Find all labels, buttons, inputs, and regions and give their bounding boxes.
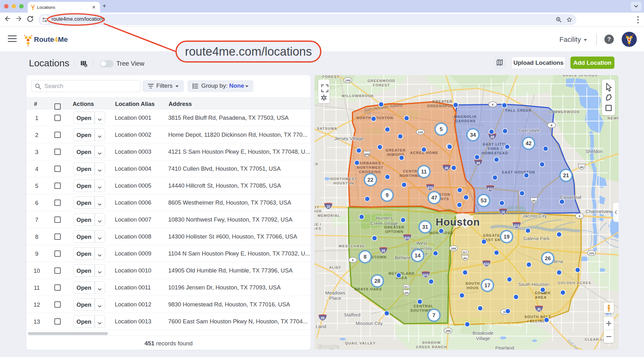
svg-text:SOUTH: SOUTH <box>465 282 480 285</box>
svg-text:AKS: AKS <box>314 227 321 230</box>
svg-text:GOLDEN ACRES: GOLDEN ACRES <box>558 281 591 285</box>
svg-text:West: West <box>416 240 427 246</box>
svg-text:45: 45 <box>445 167 448 170</box>
svg-text:DOR: DOR <box>314 209 322 213</box>
svg-text:290: 290 <box>364 152 369 156</box>
svg-text:249: 249 <box>345 79 350 82</box>
svg-text:NORTHWEST: NORTHWEST <box>330 177 357 181</box>
svg-text:610: 610 <box>405 236 410 240</box>
svg-text:Houston: Houston <box>436 216 480 228</box>
svg-text:Meadows: Meadows <box>325 290 345 295</box>
svg-text:EAGLE SPRINGS: EAGLE SPRINGS <box>563 75 597 77</box>
svg-text:STOWN: STOWN <box>371 255 387 259</box>
svg-text:69: 69 <box>321 316 325 320</box>
svg-text:610: 610 <box>423 273 429 277</box>
svg-text:45: 45 <box>537 308 541 311</box>
svg-text:Galena Park: Galena Park <box>523 236 550 241</box>
svg-text:Pearland: Pearland <box>495 345 514 350</box>
svg-text:288: 288 <box>446 329 451 332</box>
svg-text:21: 21 <box>563 173 569 178</box>
svg-text:Dyersdale: Dyersdale <box>519 128 540 133</box>
svg-text:FOREST: FOREST <box>373 83 390 87</box>
svg-text:11: 11 <box>421 169 427 175</box>
svg-text:SATSUMA: SATSUMA <box>317 127 337 130</box>
svg-text:26: 26 <box>545 255 551 261</box>
svg-text:MAGNOLIA: MAGNOLIA <box>454 115 477 118</box>
svg-text:249: 249 <box>418 130 423 134</box>
svg-text:8: 8 <box>352 258 353 262</box>
svg-text:610: 610 <box>514 224 519 228</box>
svg-text:69: 69 <box>476 162 480 165</box>
svg-text:8: 8 <box>364 254 366 260</box>
svg-text:HOUS: HOUS <box>467 286 479 290</box>
svg-text:14: 14 <box>415 253 421 259</box>
svg-text:34: 34 <box>470 132 476 138</box>
svg-text:53: 53 <box>481 198 487 204</box>
svg-text:GE /: GE / <box>314 222 321 226</box>
svg-text:8: 8 <box>492 103 493 106</box>
svg-text:South Houston: South Houston <box>518 282 549 287</box>
svg-text:MEYERLAND: MEYERLAND <box>388 272 415 275</box>
svg-text:610: 610 <box>484 262 489 266</box>
svg-text:288: 288 <box>451 247 456 250</box>
svg-text:8: 8 <box>551 124 552 127</box>
svg-text:Sheldon: Sheldon <box>585 149 602 154</box>
svg-text:Cloverleaf: Cloverleaf <box>560 195 581 200</box>
svg-text:Jacinto City: Jacinto City <box>522 213 547 218</box>
svg-text:r Land: r Land <box>314 324 326 329</box>
svg-text:Village: Village <box>476 336 490 341</box>
svg-text:GREENWOOD: GREENWOOD <box>368 79 396 83</box>
svg-text:10: 10 <box>326 205 330 208</box>
svg-text:Place: Place <box>329 295 341 301</box>
svg-text:Jersey Village: Jersey Village <box>334 136 364 141</box>
svg-text:Hunters: Hunters <box>376 215 393 221</box>
svg-text:EK: EK <box>314 162 319 166</box>
svg-text:MEMORIAL: MEMORIAL <box>318 214 340 217</box>
svg-text:GARDENS: GARDENS <box>455 119 476 123</box>
svg-text:SHADOW: SHADOW <box>422 341 441 344</box>
svg-text:EAST LITTL: EAST LITTL <box>483 142 507 146</box>
svg-text:47: 47 <box>431 195 437 201</box>
svg-text:5: 5 <box>440 126 442 132</box>
svg-text:22: 22 <box>368 177 374 183</box>
svg-text:69: 69 <box>381 249 385 253</box>
svg-text:YORK /: YORK / <box>488 147 502 151</box>
svg-text:CENTRAL: CENTRAL <box>414 304 433 308</box>
svg-text:Google: Google <box>318 343 339 350</box>
svg-text:19: 19 <box>504 234 510 240</box>
svg-text:Missouri City: Missouri City <box>356 321 383 326</box>
svg-text:NEWPO: NEWPO <box>608 116 619 120</box>
svg-text:42: 42 <box>526 140 532 146</box>
svg-text:Bellaire: Bellaire <box>395 255 411 260</box>
svg-text:FOREST: FOREST <box>322 75 339 79</box>
svg-text:ALT: ALT <box>404 285 409 288</box>
svg-text:GREATE: GREATE <box>483 233 500 237</box>
svg-text:FALL CREEK: FALL CREEK <box>505 108 532 112</box>
svg-text:31: 31 <box>422 224 428 230</box>
svg-text:HOUSTON: HOUSTON <box>333 181 354 185</box>
svg-text:BRAYS OAKS: BRAYS OAKS <box>354 287 382 291</box>
svg-text:ALIEF: ALIEF <box>329 266 341 269</box>
svg-text:GREATER: GREATER <box>384 225 404 229</box>
svg-text:90: 90 <box>532 199 536 202</box>
svg-text:WESTCHASE: WESTCHASE <box>339 244 365 248</box>
svg-text:CREEK RANCH: CREEK RANCH <box>416 345 447 349</box>
svg-text:610: 610 <box>428 186 433 189</box>
svg-text:AREA: AREA <box>535 295 547 299</box>
svg-text:GREATER: GREATER <box>386 148 406 152</box>
svg-text:NORTHWEST: NORTHWEST <box>357 166 384 169</box>
svg-text:Brookside: Brookside <box>473 330 494 336</box>
svg-text:GY: GY <box>314 205 319 209</box>
svg-text:QUAIL VALLEY: QUAIL VALLEY <box>345 341 376 345</box>
svg-text:17: 17 <box>485 283 491 288</box>
svg-text:UPTOWN: UPTOWN <box>385 230 403 233</box>
svg-text:ALT: ALT <box>463 251 468 254</box>
svg-text:Stafford: Stafford <box>344 312 360 317</box>
svg-text:69: 69 <box>491 135 494 139</box>
svg-text:WILLOWBROOK: WILLOWBROOK <box>341 94 374 98</box>
svg-text:90: 90 <box>464 256 467 260</box>
svg-text:SUMMERWOOD: SUMMERWOOD <box>548 110 580 114</box>
svg-text:Channelview: Channelview <box>586 209 613 214</box>
svg-text:225: 225 <box>589 251 594 255</box>
svg-text:FAIRBANKS /: FAIRBANKS / <box>357 161 384 165</box>
